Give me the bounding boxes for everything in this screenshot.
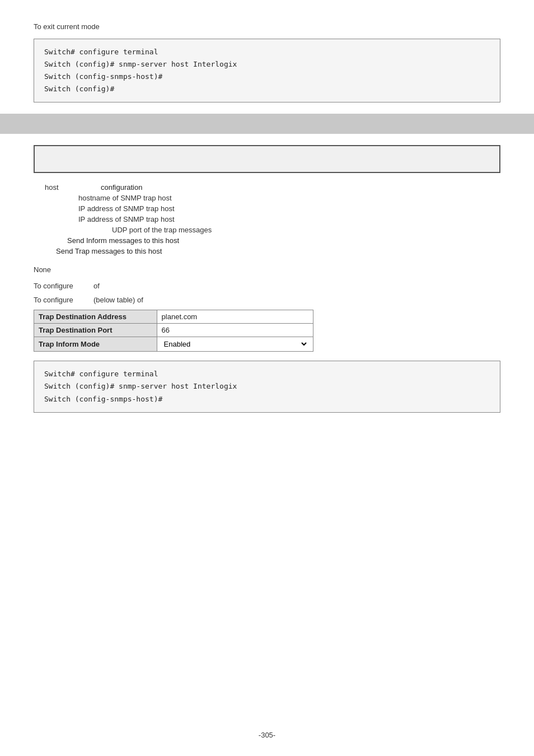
label-trap-destination-port: Trap Destination Port [34, 324, 157, 337]
label-trap-inform-mode: Trap Inform Mode [34, 337, 157, 352]
code-block-bottom: Switch# configure terminal Switch (confi… [34, 361, 500, 412]
cmd-sub-row-2: IP address of SNMP trap host [45, 204, 500, 213]
configuration-label: configuration [101, 183, 142, 192]
trap-inform-mode-select[interactable]: Enabled Disabled [162, 339, 308, 349]
host-row: host configuration [45, 183, 500, 192]
table-row-inform-mode: Trap Inform Mode Enabled Disabled [34, 337, 313, 352]
cmd-sub-text-5: Send Inform messages to this host [67, 236, 179, 245]
value-trap-destination-port: 66 [157, 324, 313, 337]
cmd-sub-text-6: Send Trap messages to this host [56, 247, 162, 255]
bottom-code-line-1: Switch# configure terminal [44, 368, 490, 380]
none-text: None [34, 265, 500, 274]
host-label: host [45, 183, 101, 192]
code-line-3: Switch (config-snmps-host)# [44, 71, 490, 83]
to-configure-1-middle: of [93, 282, 100, 290]
page-number: -305- [259, 731, 275, 739]
cmd-sub-row-3: IP address of SNMP trap host [45, 215, 500, 223]
table-row-destination-port: Trap Destination Port 66 [34, 324, 313, 337]
cmd-sub-row-1: hostname of SNMP trap host [45, 194, 500, 202]
intro-text: To exit current mode [34, 22, 500, 31]
inner-box [34, 145, 500, 173]
code-line-4: Switch (config)# [44, 83, 490, 95]
cmd-sub-text-3: IP address of SNMP trap host [78, 215, 175, 223]
value-trap-inform-mode[interactable]: Enabled Disabled [157, 337, 313, 352]
code-line-1: Switch# configure terminal [44, 46, 490, 58]
section-header [0, 114, 534, 134]
cmd-sub-row-5: Send Inform messages to this host [45, 236, 500, 245]
label-trap-destination-address: Trap Destination Address [34, 310, 157, 324]
to-configure-2-middle: (below table) of [93, 296, 143, 304]
to-configure-2: To configure (below table) of [34, 296, 500, 304]
to-configure-1: To configure of [34, 282, 500, 290]
table-row-destination-address: Trap Destination Address planet.com [34, 310, 313, 324]
cmd-sub-text-1: hostname of SNMP trap host [78, 194, 172, 202]
cmd-sub-row-4: UDP port of the trap messages [45, 226, 500, 234]
to-configure-1-text: To configure [34, 282, 73, 290]
cmd-sub-row-6: Send Trap messages to this host [45, 247, 500, 255]
code-line-2: Switch (config)# snmp-server host Interl… [44, 58, 490, 71]
bottom-code-line-3: Switch (config-snmps-host)# [44, 393, 490, 405]
cmd-sub-text-4: UDP port of the trap messages [112, 226, 212, 234]
config-table: Trap Destination Address planet.com Trap… [34, 310, 313, 352]
to-configure-2-text: To configure [34, 296, 73, 304]
code-block-top: Switch# configure terminal Switch (confi… [34, 39, 500, 102]
command-table: host configuration hostname of SNMP trap… [45, 183, 500, 255]
value-trap-destination-address: planet.com [157, 310, 313, 324]
cmd-sub-text-2: IP address of SNMP trap host [78, 204, 175, 213]
bottom-code-line-2: Switch (config)# snmp-server host Interl… [44, 380, 490, 393]
